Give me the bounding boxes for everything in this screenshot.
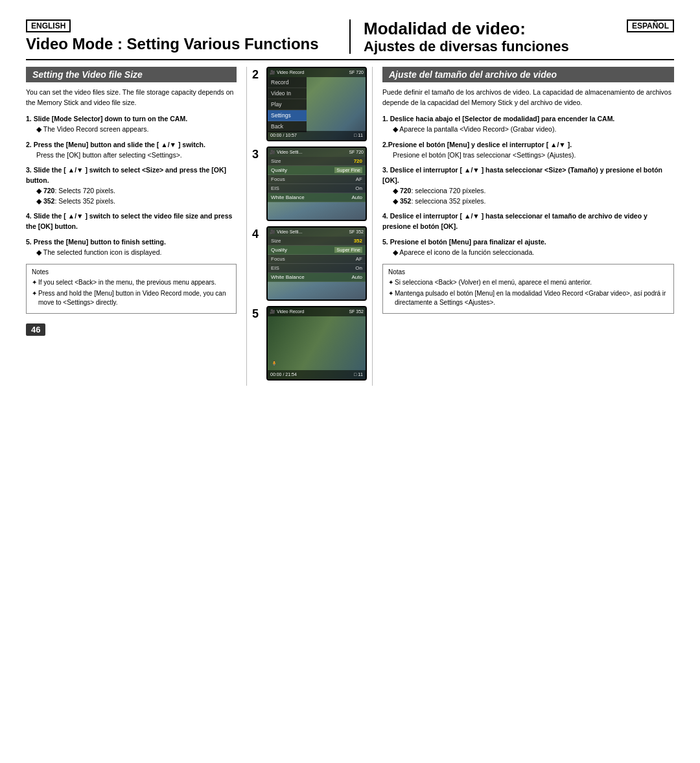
- step-en-3-title: 3. Slide the [ ▲/▼ ] switch to select <S…: [26, 166, 226, 184]
- cam2-menu-videoin: Video In: [268, 88, 307, 99]
- step-es-5-title: 5. Presione el botón [Menu] para finaliz…: [382, 238, 546, 246]
- cam2-menu-settings: Settings: [268, 110, 307, 121]
- step-en-2-title: 2. Press the [Menu] button and slide the…: [26, 141, 205, 148]
- english-intro: You can set the video files size. The fi…: [26, 88, 237, 108]
- cam3-row-quality: QualitySuper Fine: [268, 166, 366, 175]
- notes-label-es: Notas: [388, 268, 668, 276]
- screen-5-container: 5 🎥 Video Record SF 352 🧍 00:00 / 21:54: [252, 306, 367, 381]
- step-en-2-extra: Press the [OK] button after selecting <S…: [26, 150, 237, 161]
- cam3-row-size: Size720: [268, 157, 366, 166]
- cam2-menu: Record Video In Play Settings Back: [268, 77, 307, 132]
- step-en-4: 4. Slide the [ ▲/▼ ] switch to select th…: [26, 211, 237, 232]
- english-steps: 1. Slide [Mode Selector] down to turn on…: [26, 114, 237, 257]
- step-en-4-title: 4. Slide the [ ▲/▼ ] switch to select th…: [26, 212, 232, 230]
- cam4-row-size: Size352: [268, 237, 366, 246]
- spanish-intro: Puede definir el tamaño de los archivos …: [382, 88, 674, 108]
- step-es-4: 4. Deslice el interruptor [ ▲/▼ ] hasta …: [382, 211, 674, 232]
- screens-column: 2 🎥 Video Record SF 720 Record Video In …: [246, 67, 373, 386]
- cam3-topbar: 🎥 Video Setti... SF 720: [268, 148, 366, 157]
- step-en-2: 2. Press the [Menu] button and slide the…: [26, 140, 237, 161]
- cam-screen-2: 🎥 Video Record SF 720 Record Video In Pl…: [266, 67, 367, 141]
- step-en-5-sub1: ◆ The selected function icon is displaye…: [26, 248, 237, 258]
- cam4-settings: Size352 QualitySuper Fine FocusAF EISOn: [268, 237, 366, 282]
- step-en-1-sub1: ◆ The Video Record screen appears.: [26, 124, 237, 135]
- spanish-section-title: Ajuste del tamaño del archivo de video: [382, 67, 674, 82]
- notes-box-es: Notas Si selecciona <Back> (Volver) en e…: [382, 264, 674, 314]
- step-es-5: 5. Presione el botón [Menu] para finaliz…: [382, 237, 674, 258]
- main-title-es-line1: Modalidad de video:: [364, 19, 569, 38]
- cam3-row-focus: FocusAF: [268, 175, 366, 184]
- page-header: ENGLISH Video Mode : Setting Various Fun…: [26, 19, 674, 60]
- step-es-3-sub2: ◆ 352: selecciona 352 píxeles.: [382, 196, 674, 207]
- step-es-4-title: 4. Deslice el interruptor [ ▲/▼ ] hasta …: [382, 212, 648, 230]
- note-en-1: If you select <Back> in the menu, the pr…: [32, 278, 231, 287]
- cam2-topbar: 🎥 Video Record SF 720: [268, 68, 366, 77]
- page: ENGLISH Video Mode : Setting Various Fun…: [0, 0, 700, 763]
- cam4-topbar: 🎥 Video Setti... SF 352: [268, 228, 366, 237]
- step-es-3: 3. Deslice el interruptor [ ▲/▼ ] hasta …: [382, 165, 674, 206]
- step-en-3-sub1: ◆ 720: Selects 720 pixels.: [26, 186, 237, 196]
- cam4-row-focus: FocusAF: [268, 255, 366, 264]
- step-en-1-title: 1. Slide [Mode Selector] down to turn on…: [26, 115, 187, 123]
- screen-3-container: 3 🎥 Video Setti... SF 720 Size720: [252, 147, 367, 221]
- cam-screen-4: 🎥 Video Setti... SF 352 Size352 QualityS…: [266, 226, 367, 301]
- english-section-title: Setting the Video file Size: [26, 67, 237, 82]
- cam5-bottom: 00:00 / 21:54 □ 11: [268, 370, 366, 379]
- main-title-es-line2: Ajustes de diversas funciones: [364, 38, 569, 55]
- step-es-3-sub1: ◆ 720: selecciona 720 píxeles.: [382, 186, 674, 196]
- cam4-row-quality: QualitySuper Fine: [268, 246, 366, 255]
- step-en-5: 5. Press the [Menu] button to finish set…: [26, 237, 237, 258]
- screen-step-2: 2: [252, 68, 266, 82]
- step-es-5-sub: ◆ Aparece el icono de la función selecci…: [382, 248, 674, 258]
- notes-box-en: Notes If you select <Back> in the menu, …: [26, 264, 237, 314]
- step-es-1: 1. Deslice hacia abajo el [Selector de m…: [382, 114, 674, 135]
- cam3-row-wb: White BalanceAuto: [268, 193, 366, 202]
- spanish-steps: 1. Deslice hacia abajo el [Selector de m…: [382, 114, 674, 257]
- step-es-2-extra: Presione el botón [OK] tras seleccionar …: [382, 150, 674, 161]
- step-en-5-title: 5. Press the [Menu] button to finish set…: [26, 238, 166, 246]
- cam4-row-eis: EISOn: [268, 264, 366, 273]
- cam3-settings: Size720 QualitySuper Fine FocusAF EISOn: [268, 157, 366, 202]
- note-en-2: Press and hold the [Menu] button in Vide…: [32, 289, 231, 307]
- main-title-en: Video Mode : Setting Various Functions: [26, 35, 336, 54]
- screen-step-4: 4: [252, 228, 266, 241]
- step-en-1: 1. Slide [Mode Selector] down to turn on…: [26, 114, 237, 135]
- screen-step-3: 3: [252, 148, 266, 161]
- step-es-1-sub: ◆ Aparece la pantalla <Video Record> (Gr…: [382, 124, 674, 135]
- cam3-row-eis: EISOn: [268, 184, 366, 193]
- step-es-2: 2.Presione el botón [Menu] y deslice el …: [382, 140, 674, 161]
- cam5-topbar: 🎥 Video Record SF 352: [268, 307, 366, 316]
- cam2-menu-record: Record: [268, 77, 307, 88]
- cam-screen-5: 🎥 Video Record SF 352 🧍 00:00 / 21:54 □ …: [266, 306, 367, 381]
- screen-step-5: 5: [252, 307, 266, 321]
- notes-label-en: Notes: [32, 268, 231, 276]
- english-column: Setting the Video file Size You can set …: [26, 67, 246, 386]
- cam2-bottom: 00:00 / 10:57 □ 11: [268, 131, 366, 140]
- note-es-2: Mantenga pulsado el botón [Menu] en la m…: [388, 289, 668, 307]
- screen-4-container: 4 🎥 Video Setti... SF 352 Size352: [252, 226, 367, 301]
- page-number: 46: [26, 314, 237, 336]
- step-es-1-title: 1. Deslice hacia abajo el [Selector de m…: [382, 115, 614, 123]
- step-es-3-title: 3. Deslice el interruptor [ ▲/▼ ] hasta …: [382, 166, 662, 184]
- step-es-2-title: 2.Presione el botón [Menu] y deslice el …: [382, 141, 572, 148]
- step-en-3-sub2: ◆ 352: Selects 352 pixels.: [26, 196, 237, 207]
- cam-screen-3: 🎥 Video Setti... SF 720 Size720 QualityS…: [266, 147, 367, 221]
- step-en-3: 3. Slide the [ ▲/▼ ] switch to select <S…: [26, 165, 237, 206]
- main-content: Setting the Video file Size You can set …: [26, 67, 674, 386]
- lang-badge-en: ENGLISH: [26, 19, 71, 32]
- cam2-menu-play: Play: [268, 99, 307, 110]
- lang-badge-es: ESPAÑOL: [627, 19, 674, 32]
- cam4-row-wb: White BalanceAuto: [268, 273, 366, 282]
- header-left: ENGLISH Video Mode : Setting Various Fun…: [26, 19, 351, 54]
- screen-2-container: 2 🎥 Video Record SF 720 Record Video In …: [252, 67, 367, 141]
- note-es-1: Si selecciona <Back> (Volver) en el menú…: [388, 278, 668, 287]
- header-right: Modalidad de video: Ajustes de diversas …: [351, 19, 674, 55]
- spanish-column: Ajuste del tamaño del archivo de video P…: [373, 67, 674, 386]
